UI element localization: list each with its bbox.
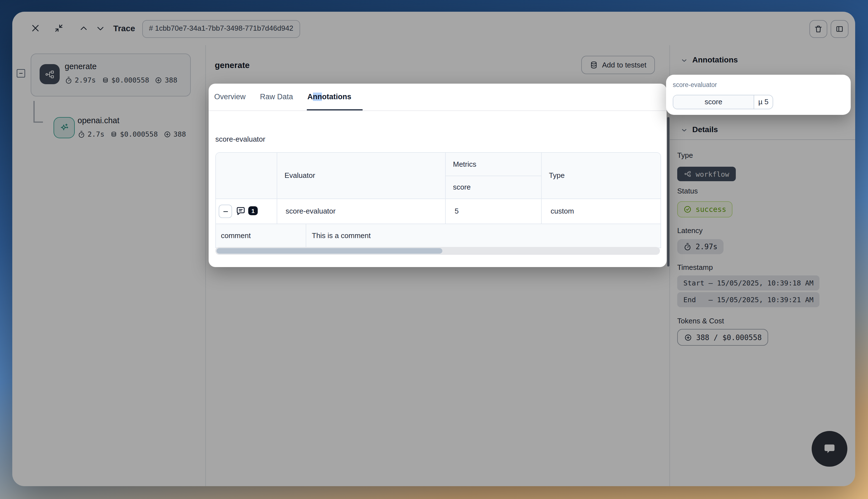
comment-count-badge[interactable]: 1 (248, 206, 258, 215)
screen: Trace # 1cbb70e7-34a1-7bb7-3498-771b7d46… (0, 0, 868, 499)
metric-name[interactable]: score (673, 95, 754, 109)
column-header-metrics: Metrics (453, 153, 477, 175)
collapse-row-button[interactable] (219, 205, 232, 218)
metric-value[interactable]: µ 5 (754, 95, 773, 109)
comment-icon[interactable] (236, 206, 246, 216)
annotation-evaluator-label: score-evaluator (673, 82, 717, 88)
annotations-dialog: Overview Raw Data Annotations score-eval… (209, 84, 667, 267)
trace-viewer-window: Trace # 1cbb70e7-34a1-7bb7-3498-771b7d46… (12, 12, 855, 486)
row-type-value: custom (551, 198, 574, 223)
annotations-table: Evaluator Metrics score Type 1 score-eva… (215, 152, 661, 248)
tab-label-part: A (308, 93, 313, 101)
column-header-type: Type (549, 153, 565, 198)
minus-icon (222, 208, 229, 215)
table-hscrollbar-track[interactable] (215, 247, 660, 255)
annotation-score-chip[interactable]: score µ 5 (673, 95, 773, 109)
tabs-divider (209, 110, 667, 111)
column-header-evaluator: Evaluator (285, 153, 315, 198)
table-header-bg (216, 153, 661, 198)
tab-label-part: otations (322, 93, 351, 101)
tab-raw-data[interactable]: Raw Data (260, 84, 293, 110)
row-score-value: 5 (455, 198, 459, 223)
comment-value: This is a comment (312, 223, 371, 247)
comment-row-bg (216, 223, 661, 247)
row-evaluator-value: score-evaluator (286, 198, 336, 223)
annotation-popover: score-evaluator score µ 5 (666, 75, 851, 115)
tab-label-selected-text: nn (313, 93, 322, 101)
comment-key: comment (221, 223, 251, 247)
evaluator-heading: score-evaluator (215, 135, 265, 143)
column-subheader-score: score (453, 175, 471, 198)
tab-overview[interactable]: Overview (214, 84, 246, 110)
desktop-background: Trace # 1cbb70e7-34a1-7bb7-3498-771b7d46… (0, 0, 868, 499)
tab-annotations[interactable]: Annotations (308, 84, 351, 110)
table-hscrollbar-thumb[interactable] (216, 248, 442, 254)
